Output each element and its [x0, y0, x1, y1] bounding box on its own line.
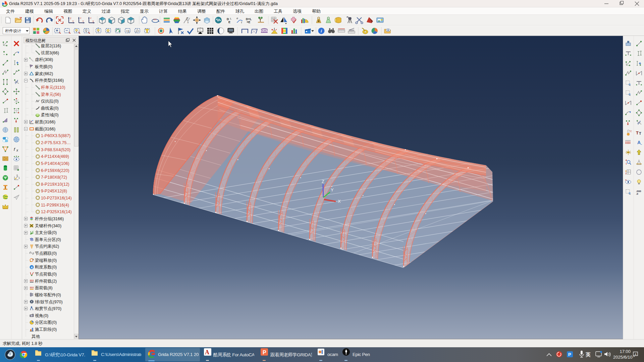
svg-text:板壳膜(0): 板壳膜(0): [35, 64, 53, 69]
svg-text:L: L: [230, 17, 232, 20]
svg-text:梁单元(56): 梁单元(56): [41, 92, 61, 97]
svg-text:8-P219X10(12): 8-P219X10(12): [41, 182, 69, 187]
svg-text:相贯节点(970): 相贯节点(970): [35, 306, 61, 311]
svg-text:+1: +1: [126, 29, 129, 33]
svg-text:360: 360: [153, 18, 157, 20]
svg-text:f: f: [14, 147, 15, 152]
svg-text:°C: °C: [629, 130, 632, 132]
svg-text:面单元分区(0): 面单元分区(0): [35, 237, 61, 242]
svg-text:x: x: [72, 20, 74, 22]
svg-text:11-P299X16(4): 11-P299X16(4): [41, 203, 69, 207]
svg-text:分区出图(0): 分区出图(0): [35, 320, 57, 325]
svg-text:仅抗拉(0): 仅抗拉(0): [41, 99, 59, 104]
svg-text:T: T: [636, 130, 639, 135]
svg-text:材质(3166): 材质(3166): [35, 120, 55, 124]
svg-text:σ: σ: [186, 16, 189, 20]
svg-text:1: 1: [18, 177, 20, 179]
svg-text:x: x: [16, 148, 18, 152]
svg-text:4-P114X4(469): 4-P114X4(469): [41, 154, 69, 159]
svg-text:主支分级(0): 主支分级(0): [35, 230, 57, 235]
svg-text:+E: +E: [247, 20, 250, 24]
svg-text:7-P180X8(72): 7-P180X8(72): [41, 175, 67, 180]
svg-text:球/鼓节点(970): 球/鼓节点(970): [35, 300, 63, 304]
svg-text:曲线索(0): 曲线索(0): [41, 106, 59, 111]
svg-text:y: y: [93, 20, 94, 22]
svg-text:Z: Z: [322, 179, 324, 184]
svg-text:T: T: [241, 21, 243, 24]
svg-text:X: X: [338, 199, 341, 204]
svg-text:腹层2(116): 腹层2(116): [41, 44, 61, 48]
svg-text:.0: .0: [636, 192, 638, 195]
svg-text:z: z: [80, 17, 82, 19]
svg-text:K: K: [31, 266, 33, 269]
svg-text:弦层3(66): 弦层3(66): [41, 51, 59, 55]
svg-text:i: i: [321, 28, 322, 34]
svg-text:A: A: [637, 140, 641, 145]
svg-text:12-P325X16(14): 12-P325X16(14): [41, 209, 72, 214]
svg-text:施工阶段(0): 施工阶段(0): [35, 327, 57, 332]
svg-text:蒙皮(662): 蒙皮(662): [35, 71, 53, 76]
svg-text:节点耦联(0): 节点耦联(0): [35, 251, 57, 256]
svg-text:5-P140X4(106): 5-P140X4(106): [41, 161, 69, 166]
svg-text:x: x: [83, 20, 84, 22]
svg-text:9-P245X12(8): 9-P245X12(8): [41, 189, 67, 193]
svg-text:A: A: [205, 349, 209, 356]
svg-text:节点荷载(0): 节点荷载(0): [35, 272, 57, 277]
svg-text:杆件类型(3166): 杆件类型(3166): [35, 78, 64, 83]
svg-text:2: 2: [16, 174, 18, 177]
svg-text:E: E: [31, 121, 32, 123]
svg-text:视角(0): 视角(0): [35, 313, 48, 318]
svg-text:6-P159X6(220): 6-P159X6(220): [41, 168, 69, 173]
svg-text:英: 英: [585, 352, 591, 357]
svg-text:Y: Y: [331, 187, 334, 192]
svg-text:P: P: [263, 350, 266, 355]
svg-text:梁端释放(0): 梁端释放(0): [35, 258, 57, 263]
svg-text:α: α: [236, 17, 238, 20]
svg-text:面荷载(8): 面荷载(8): [35, 286, 53, 290]
svg-text:刚度系数(0): 刚度系数(0): [35, 265, 57, 269]
svg-text:节点约束(62): 节点约束(62): [35, 244, 59, 249]
svg-text:虚杆(308): 虚杆(308): [35, 57, 53, 62]
svg-text:2-P75.5X3.75…: 2-P75.5X3.75…: [41, 140, 71, 145]
svg-text:E: E: [228, 20, 230, 24]
svg-text:1-P60X3.5(887): 1-P60X3.5(887): [41, 133, 70, 138]
svg-text:P: P: [568, 352, 571, 357]
svg-text:10-P273X16(14): 10-P273X16(14): [41, 196, 72, 200]
svg-text:截面(3166): 截面(3166): [35, 127, 55, 131]
svg-text:3-P88.5X4(520): 3-P88.5X4(520): [41, 147, 70, 152]
svg-text:柔性域(0): 柔性域(0): [41, 113, 59, 117]
svg-text:T: T: [639, 131, 641, 135]
svg-text:关键杆件(340): 关键杆件(340): [35, 224, 61, 228]
svg-text:杆件荷载(2): 杆件荷载(2): [35, 279, 57, 284]
svg-text:y: y: [70, 17, 71, 19]
svg-text:z: z: [90, 17, 92, 19]
svg-text:其他: 其他: [32, 334, 40, 339]
svg-text:ε: ε: [187, 21, 189, 24]
svg-text:螺栓等配件(0): 螺栓等配件(0): [35, 293, 61, 297]
svg-text:杆单元(3110): 杆单元(3110): [41, 85, 65, 90]
svg-text:4: 4: [635, 353, 636, 356]
svg-text:杆件分组(3166): 杆件分组(3166): [35, 217, 64, 221]
